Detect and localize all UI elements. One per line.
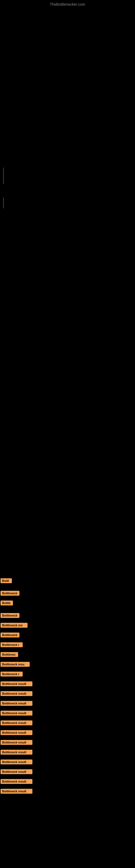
spacer [0,584,135,590]
list-item: Bottleneck [0,590,135,597]
bottleneck-label: Bottleneck result [1,750,32,755]
list-item: Bottleneck result [0,680,135,687]
axis-line-2 [3,197,4,208]
list-item: Bottl [0,577,135,584]
list-item: Bottleneck result [0,710,135,717]
spacer [0,717,135,719]
spacer [0,756,135,758]
list-item: Bottleneck result [0,739,135,746]
spacer [0,658,135,661]
bottleneck-label: Bottleneck result [1,769,32,774]
bottleneck-label: Bottleneck result [1,760,32,764]
bottleneck-label: Bottleneck result [1,681,32,686]
bottleneck-label: Bottleneck result [1,701,32,706]
list-item: Bottleneck result [0,749,135,756]
bottleneck-label: Bottleneck result [1,691,32,696]
bottleneck-label: Bottleneck result [1,789,32,794]
list-item: Bottleneck r [0,641,135,648]
bottleneck-label: Bottleneck [1,632,19,638]
bottleneck-label: Bottleneck r [1,642,23,647]
spacer [0,629,135,631]
spacer [0,697,135,700]
bottleneck-label: Bottl [1,578,12,583]
list-item: Bottleneck result [0,788,135,795]
bottleneck-label: Bottlenec [1,652,18,657]
spacer [0,668,135,671]
spacer [0,607,135,612]
list-item: Bottleneck [0,631,135,639]
list-item: Bottleneck [0,612,135,619]
bottleneck-label: Bottleneck result [1,720,32,725]
list-item: Bottleneck res [0,622,135,629]
list-item: Bottleneck r [0,671,135,678]
bottleneck-label: Bottleneck resu [1,662,30,667]
bottleneck-label: Bottleneck result [1,711,32,716]
list-item: Bottleneck result [0,768,135,775]
bottleneck-label: Bottleneck result [1,740,32,745]
list-item: Bottle [0,599,135,607]
bottleneck-label: Bottleneck r [1,672,23,677]
spacer [0,785,135,788]
axis-line-1 [3,167,4,184]
bottleneck-label: Bottleneck result [1,730,32,735]
spacer [0,648,135,651]
bottleneck-label: Bottle [1,600,13,606]
list-item: Bottleneck result [0,690,135,697]
main-chart-area: TheBottlenecker.com Bottl Bottleneck Bot… [0,0,135,597]
list-item: Bottleneck result [0,758,135,766]
list-item: Bottlenec [0,651,135,658]
list-item: Bottleneck result [0,700,135,707]
bottleneck-list: Bottl Bottleneck Bottle Bottleneck Bottl… [0,577,135,795]
spacer [0,766,135,768]
site-title: TheBottlenecker.com [0,0,135,8]
spacer [0,775,135,778]
bottleneck-label: Bottleneck res [1,623,28,628]
spacer [0,597,135,599]
bottleneck-label: Bottleneck result [1,779,32,784]
spacer [0,736,135,739]
list-item: Bottleneck result [0,719,135,726]
list-item: Bottleneck result [0,729,135,736]
spacer [0,726,135,729]
spacer [0,678,135,680]
spacer [0,687,135,690]
list-item: Bottleneck resu [0,661,135,668]
spacer [0,707,135,710]
list-item: Bottleneck result [0,778,135,785]
spacer [0,639,135,641]
bottleneck-label: Bottleneck [1,613,19,618]
bottleneck-label: Bottleneck [1,591,19,596]
spacer [0,619,135,622]
spacer [0,746,135,749]
